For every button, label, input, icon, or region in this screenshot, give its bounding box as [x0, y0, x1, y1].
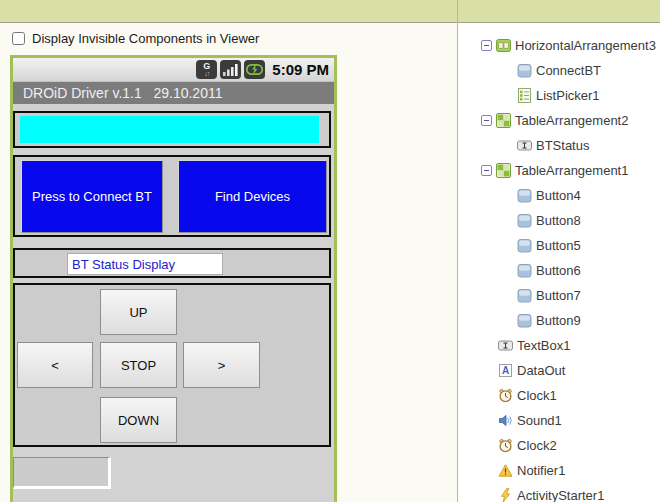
data-out-textbox[interactable]: [13, 457, 111, 489]
display-invisible-checkbox[interactable]: [12, 32, 25, 45]
tree-item-tablearrangement1[interactable]: TableArrangement1: [458, 158, 660, 183]
app-title-bar: DROiD Driver v.1.1 29.10.2011: [13, 82, 334, 104]
bt-buttons-arrangement[interactable]: Press to Connect BT Find Devices: [13, 155, 331, 237]
gprs-data-icon: G ↓↑: [196, 60, 217, 79]
tree-item-button9[interactable]: Button9: [458, 308, 660, 333]
button-icon: [517, 188, 532, 203]
horizontal-arrangement-icon: [496, 38, 511, 53]
tree-item-listpicker1[interactable]: ListPicker1: [458, 83, 660, 108]
components-panel: HorizontalArrangement3 ConnectBT ListPic…: [458, 23, 660, 502]
button-icon: [517, 263, 532, 278]
table-arrangement-icon: [496, 163, 511, 178]
tree-item-notifier1[interactable]: Notifier1: [458, 458, 660, 483]
left-button[interactable]: <: [17, 342, 93, 388]
designer-toolbar: [0, 0, 660, 23]
notifier-icon: [498, 463, 513, 478]
dpad-arrangement[interactable]: UP < STOP > DOWN: [13, 283, 331, 447]
cyan-canvas[interactable]: [20, 116, 319, 143]
tree-item-connectbt[interactable]: ConnectBT: [458, 58, 660, 83]
label-icon: A: [498, 363, 513, 378]
right-button[interactable]: >: [183, 342, 260, 388]
button-icon: [517, 313, 532, 328]
button-icon: [517, 288, 532, 303]
phone-status-bar: G ↓↑ 5:09 PM: [13, 58, 334, 82]
up-button[interactable]: UP: [100, 289, 177, 335]
stop-button[interactable]: STOP: [100, 342, 177, 388]
button-icon: [517, 213, 532, 228]
tree-item-tablearrangement2[interactable]: TableArrangement2: [458, 108, 660, 133]
tree-item-sound1[interactable]: Sound1: [458, 408, 660, 433]
down-button[interactable]: DOWN: [100, 397, 177, 443]
status-bar-clock: 5:09 PM: [272, 61, 329, 78]
display-invisible-row: Display Invisible Components in Viewer: [12, 31, 259, 46]
display-invisible-label: Display Invisible Components in Viewer: [32, 31, 259, 46]
button-icon: [517, 238, 532, 253]
tree-item-button5[interactable]: Button5: [458, 233, 660, 258]
cyan-arrangement[interactable]: [13, 111, 331, 148]
find-devices-button[interactable]: Find Devices: [178, 160, 327, 233]
table-arrangement-icon: [496, 113, 511, 128]
sound-icon: [498, 413, 513, 428]
activity-starter-icon: [498, 488, 513, 502]
viewer-area: Display Invisible Components in Viewer G…: [0, 23, 457, 502]
textbox-icon: [517, 138, 532, 153]
panel-divider: [457, 0, 458, 502]
tree-item-clock2[interactable]: Clock2: [458, 433, 660, 458]
tree-item-textbox1[interactable]: TextBox1: [458, 333, 660, 358]
components-tree: HorizontalArrangement3 ConnectBT ListPic…: [458, 33, 660, 502]
tree-item-button7[interactable]: Button7: [458, 283, 660, 308]
button-icon: [517, 63, 532, 78]
textbox-icon: [498, 338, 513, 353]
tree-item-clock1[interactable]: Clock1: [458, 383, 660, 408]
tree-item-horizontalarrangement3[interactable]: HorizontalArrangement3: [458, 33, 660, 58]
collapse-expander-icon[interactable]: [481, 165, 492, 176]
collapse-expander-icon[interactable]: [481, 115, 492, 126]
clock-icon: [498, 388, 513, 403]
tree-item-dataout[interactable]: A DataOut: [458, 358, 660, 383]
listpicker-icon: [517, 88, 532, 103]
tree-item-button6[interactable]: Button6: [458, 258, 660, 283]
connect-bt-button[interactable]: Press to Connect BT: [21, 160, 163, 233]
tree-item-btstatus[interactable]: BTStatus: [458, 133, 660, 158]
phone-viewer[interactable]: G ↓↑ 5:09 PM DROiD Driver v.1.1 29.10: [10, 55, 337, 502]
battery-charging-icon: [244, 60, 265, 79]
tree-item-activitystarter1[interactable]: ActivityStarter1: [458, 483, 660, 502]
signal-strength-icon: [220, 60, 241, 79]
clock-icon: [498, 438, 513, 453]
bt-status-arrangement[interactable]: [13, 248, 331, 278]
phone-screen: Press to Connect BT Find Devices UP < ST…: [13, 104, 334, 499]
svg-text:A: A: [502, 365, 509, 376]
tree-item-button4[interactable]: Button4: [458, 183, 660, 208]
tree-item-button8[interactable]: Button8: [458, 208, 660, 233]
bt-status-textbox[interactable]: [67, 253, 223, 275]
collapse-expander-icon[interactable]: [481, 40, 492, 51]
